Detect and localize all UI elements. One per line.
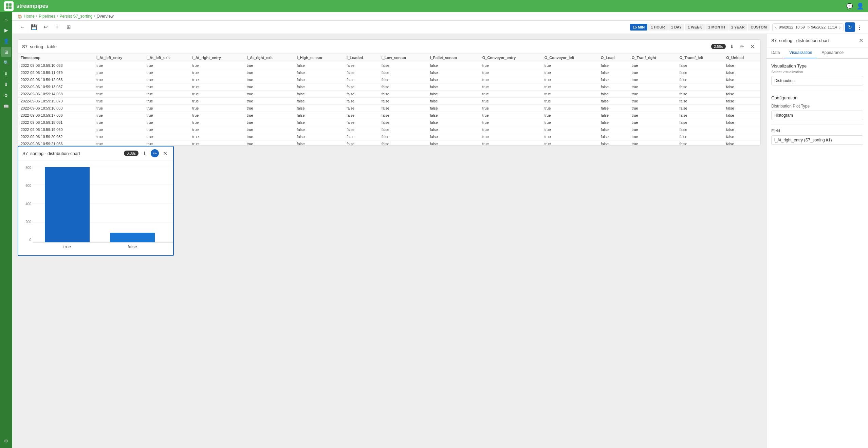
dist-edit-button[interactable]: ✏ [151, 149, 159, 157]
dist-plot-type-select[interactable]: Histogram Bar Chart Pie Chart [771, 111, 863, 120]
grid-toggle-button[interactable]: ⊞ [64, 22, 73, 32]
table-cell: true [189, 98, 244, 105]
time-1month[interactable]: 1 MONTH [705, 24, 728, 31]
table-row: 2022-09-06 10:59:20.082truetruetruetruef… [18, 133, 760, 140]
table-cell: 2022-09-06 10:59:19.060 [18, 126, 94, 133]
account-icon[interactable]: 👤 [856, 2, 864, 10]
visualization-type-title: Visualization Type [771, 63, 863, 69]
table-cell: true [94, 69, 144, 76]
col-loaded: l_Loaded [344, 54, 379, 62]
table-cell: true [244, 112, 294, 119]
col-transf-left: O_Transf_left [677, 54, 724, 62]
table-cell: false [379, 112, 427, 119]
table-row: 2022-09-06 10:59:21.066truetruetruetruef… [18, 140, 760, 145]
svg-text:false: false [128, 244, 137, 249]
table-cell: true [480, 69, 542, 76]
app-name: streampipes [16, 3, 48, 9]
table-cell: true [480, 98, 542, 105]
table-row: 2022-09-06 10:59:17.066truetruetruetruef… [18, 112, 760, 119]
table-cell: false [677, 76, 724, 83]
table-cell: false [427, 126, 479, 133]
svg-rect-11 [110, 233, 155, 242]
table-cell: true [244, 119, 294, 126]
dist-close-button[interactable]: ✕ [161, 149, 169, 157]
col-conveyor-entry: O_Conveyor_entry [480, 54, 542, 62]
date-prev-button[interactable]: ‹ [775, 25, 777, 30]
time-1hour[interactable]: 1 HOUR [648, 24, 668, 31]
visualization-type-select[interactable]: Distribution Histogram Pie Chart Line Ch… [771, 76, 863, 85]
table-cell: true [480, 83, 542, 91]
table-cell: false [344, 126, 379, 133]
date-next-button[interactable]: › [838, 25, 841, 30]
back-button[interactable]: ← [18, 22, 27, 32]
table-cell: true [189, 83, 244, 91]
table-cell: false [677, 126, 724, 133]
table-row: 2022-09-06 10:59:11.079truetruetruetruef… [18, 69, 760, 76]
table-cell: false [344, 83, 379, 91]
sidebar-item-settings[interactable]: ⚙ [1, 436, 11, 446]
time-15min[interactable]: 15 MIN [630, 24, 647, 31]
table-cell: true [189, 76, 244, 83]
table-cell: false [598, 98, 629, 105]
time-1week[interactable]: 1 WEEK [685, 24, 705, 31]
dist-widget: S7_sorting - distribution-chart 0.38s ⬇ … [18, 146, 174, 256]
dist-widget-header: S7_sorting - distribution-chart 0.38s ⬇ … [18, 147, 173, 160]
tab-appearance[interactable]: Appearance [817, 47, 849, 58]
sidebar-item-users[interactable]: 👤 [1, 36, 11, 46]
sidebar-item-connect[interactable]: ⬇ [1, 79, 11, 90]
right-panel-body: Visualization Type Select visualization … [767, 59, 868, 448]
breadcrumb-persist[interactable]: Persist S7_sorting [59, 14, 92, 19]
sidebar-item-apps[interactable]: ⣿ [1, 69, 11, 79]
field-label: Field [771, 129, 863, 133]
table-cell: false [379, 69, 427, 76]
table-cell: true [244, 133, 294, 140]
save-button[interactable]: 💾 [29, 22, 39, 32]
breadcrumb-pipelines[interactable]: Pipelines [39, 14, 55, 19]
sidebar-item-processing[interactable]: ⚙ [1, 90, 11, 100]
col-lat-left-entry: l_At_left_entry [94, 54, 144, 62]
table-cell: true [480, 76, 542, 83]
table-cell: true [144, 105, 190, 112]
date-to-label: To [806, 25, 810, 29]
table-cell: true [480, 140, 542, 145]
table-cell: 2022-09-06 10:59:21.066 [18, 140, 94, 145]
more-options-button[interactable]: ⋮ [856, 23, 863, 31]
time-1year[interactable]: 1 YEAR [728, 24, 747, 31]
table-cell: false [294, 91, 344, 98]
breadcrumb-home[interactable]: Home [24, 14, 35, 19]
top-navbar: streampipes 💬 👤 [0, 0, 868, 12]
sidebar-item-search[interactable]: 🔍 [1, 58, 11, 68]
table-download-button[interactable]: ⬇ [728, 42, 736, 51]
undo-button[interactable]: ↩ [41, 22, 50, 32]
table-cell: false [344, 119, 379, 126]
table-cell: false [294, 126, 344, 133]
sidebar-item-home[interactable]: ⌂ [1, 14, 11, 24]
dist-chart-svg: true false [33, 166, 174, 256]
table-header-row: Timestamp l_At_left_entry l_At_left_exit… [18, 54, 760, 62]
sidebar-item-notifications[interactable]: 📖 [1, 101, 11, 111]
chat-icon[interactable]: 💬 [846, 3, 853, 9]
table-cell: false [427, 119, 479, 126]
field-select[interactable]: l_At_right_entry (S7_sorting #1) l_At_le… [771, 135, 863, 145]
col-lat-right-entry: l_At_right_entry [189, 54, 244, 62]
refresh-button[interactable]: ↻ [845, 22, 855, 32]
table-scroll-container[interactable]: Timestamp l_At_left_entry l_At_left_exit… [18, 54, 760, 145]
svg-rect-2 [6, 6, 8, 9]
dist-download-button[interactable]: ⬇ [141, 149, 149, 157]
table-cell: true [144, 91, 190, 98]
table-cell: 2022-09-06 10:59:14.068 [18, 91, 94, 98]
table-cell: true [144, 126, 190, 133]
add-widget-button[interactable]: + [52, 22, 62, 32]
table-close-button[interactable]: ✕ [748, 42, 756, 51]
time-1day[interactable]: 1 DAY [668, 24, 684, 31]
tab-data[interactable]: Data [767, 47, 784, 58]
right-panel-close-button[interactable]: ✕ [859, 37, 863, 44]
time-custom[interactable]: CUSTOM [748, 24, 769, 31]
breadcrumb: 🏠 Home • Pipelines • Persist S7_sorting … [12, 12, 868, 21]
sidebar-item-pipelines[interactable]: ▶ [1, 25, 11, 35]
sidebar-item-dashboard[interactable]: ⊞ [1, 47, 11, 57]
table-cell: true [629, 83, 677, 91]
table-widget-title: S7_sorting - table [22, 44, 57, 49]
table-edit-button[interactable]: ✏ [738, 42, 746, 51]
tab-visualization[interactable]: Visualization [784, 47, 817, 58]
